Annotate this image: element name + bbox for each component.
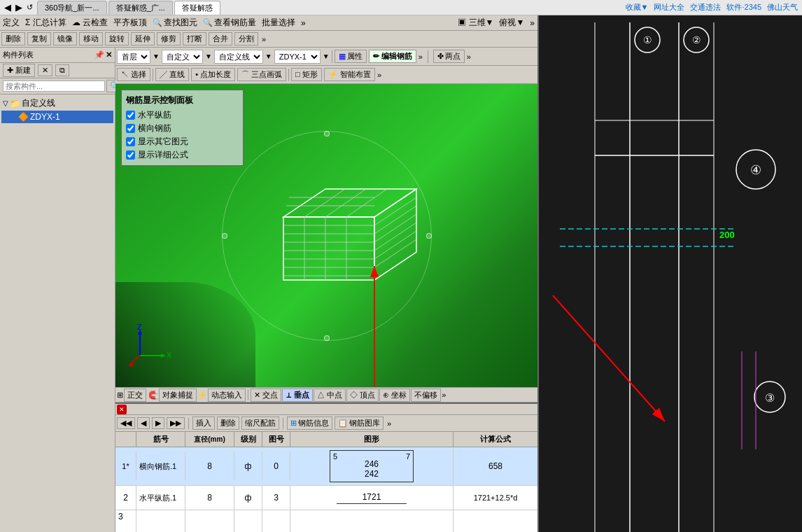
btn-insert-row[interactable]: 插入 bbox=[192, 416, 215, 430]
delete-component-btn[interactable]: ✕ bbox=[38, 64, 52, 76]
btn-coord[interactable]: ⊕ 坐标 bbox=[379, 388, 410, 402]
link-software[interactable]: 软件·2345 bbox=[726, 2, 761, 13]
table-row[interactable]: 2 水平纵筋.1 8 ф 3 1721 bbox=[115, 486, 537, 510]
link-traffic[interactable]: 交通违法 bbox=[690, 2, 721, 13]
btn-rect[interactable]: □ 矩形 bbox=[291, 68, 322, 81]
table-row[interactable]: 1* 横向钢筋.1 8 ф 0 5 7 246 bbox=[115, 447, 537, 486]
btn-copy[interactable]: 复制 bbox=[27, 32, 51, 46]
checkbox-show-formula[interactable]: 显示详细公式 bbox=[126, 149, 239, 161]
browser-tab-3[interactable]: 答疑解惑 bbox=[174, 1, 220, 15]
snap-icon2: 🧲 bbox=[148, 391, 158, 400]
tree-item-root[interactable]: ▽ 📁 自定义线 bbox=[1, 96, 113, 111]
floor-select[interactable]: 首层 bbox=[117, 50, 150, 64]
menu-batch[interactable]: 批量选择 bbox=[262, 17, 295, 29]
btn-split[interactable]: 分割 bbox=[234, 32, 258, 46]
checkbox-lateral-bar[interactable]: 横向钢筋 bbox=[126, 122, 239, 134]
btn-merge[interactable]: 合并 bbox=[209, 32, 232, 46]
tb-more[interactable]: » bbox=[377, 71, 381, 79]
btn-midpoint[interactable]: △ 中点 bbox=[314, 388, 346, 402]
edit-rebar-btn[interactable]: ✏ 编辑钢筋 bbox=[369, 50, 416, 63]
custom-def-select[interactable]: 自定义 bbox=[162, 50, 203, 64]
svg-text:①: ① bbox=[643, 34, 652, 46]
btn-perp[interactable]: ⊥ 垂点 bbox=[282, 388, 313, 402]
menu-level[interactable]: 平齐板顶 bbox=[113, 17, 147, 29]
custom-line-select[interactable]: 自定义线 bbox=[214, 50, 263, 64]
rebar-tb-sep2 bbox=[283, 418, 283, 429]
toolbar-more4[interactable]: » bbox=[467, 52, 471, 61]
btn-delete[interactable]: 删除 bbox=[1, 32, 25, 46]
cad-toolbar-edit: 删除 复制 镜像 移动 旋转 延伸 修剪 打断 合并 分割 » bbox=[0, 31, 537, 48]
browser-tab-2[interactable]: 答疑解惑_广... bbox=[108, 1, 173, 15]
cell-num-3: 3 bbox=[115, 510, 136, 532]
snap-more[interactable]: » bbox=[442, 391, 446, 399]
browser-tab-1[interactable]: 360导航_新一... bbox=[37, 1, 107, 15]
rebar-table-close-btn[interactable]: ✕ bbox=[117, 405, 127, 414]
btn-break[interactable]: 打断 bbox=[183, 32, 206, 46]
menu-more2[interactable]: » bbox=[530, 18, 535, 28]
btn-rotate[interactable]: 旋转 bbox=[105, 32, 129, 46]
table-row[interactable]: 3 bbox=[115, 510, 537, 532]
btn-arc[interactable]: ⌒ 三点画弧 bbox=[237, 68, 286, 81]
guide-left bbox=[222, 233, 227, 239]
btn-rebar-info[interactable]: ⊞ 钢筋信息 bbox=[287, 416, 332, 430]
link-websites[interactable]: 网址大全 bbox=[654, 2, 684, 13]
toolbar-more[interactable]: » bbox=[262, 35, 266, 43]
checkbox-horizontal-bar[interactable]: 水平纵筋 bbox=[126, 109, 239, 121]
code-select[interactable]: ZDYX-1 bbox=[274, 50, 321, 64]
btn-trim[interactable]: 修剪 bbox=[157, 32, 181, 46]
menu-cloud[interactable]: ☁ 云检查 bbox=[72, 17, 108, 29]
btn-ortho[interactable]: 正交 bbox=[124, 388, 146, 402]
btn-delete-row[interactable]: 删除 bbox=[217, 416, 239, 430]
btn-mirror[interactable]: 镜像 bbox=[53, 32, 77, 46]
copy-component-btn[interactable]: ⧉ bbox=[55, 64, 69, 76]
btn-smart[interactable]: ⚡ 智能布置 bbox=[324, 68, 375, 81]
snap-sep bbox=[248, 389, 248, 400]
component-toolbar: 首层 ▼ 自定义 ▼ 自定义线 ▼ ZDYX-1 ▼ bbox=[115, 48, 537, 66]
btn-rebar-library[interactable]: 📋 钢筋图库 bbox=[335, 416, 384, 430]
toolbar-more3[interactable]: » bbox=[418, 52, 423, 61]
menu-more[interactable]: » bbox=[301, 18, 306, 28]
btn-scale-config[interactable]: 缩尺配筋 bbox=[241, 416, 279, 430]
fig2-val: 1721 bbox=[363, 492, 381, 502]
browser-refresh-btn[interactable]: ↺ bbox=[27, 3, 33, 12]
btn-vertex[interactable]: ◇ 顶点 bbox=[346, 388, 379, 402]
tree-folder-icon: 📁 bbox=[10, 99, 20, 108]
cad-3d-viewport[interactable]: 钢筋显示控制面板 水平纵筋 横向钢筋 显示其它图元 显示详细公式 bbox=[115, 84, 537, 387]
svg-line-21 bbox=[374, 223, 416, 251]
tree-child-item[interactable]: 🔶 ZDYX-1 bbox=[1, 111, 113, 123]
btn-move[interactable]: 移动 bbox=[79, 32, 103, 46]
menu-3d[interactable]: ▣ 三维▼ bbox=[458, 17, 493, 29]
browser-back-btn[interactable]: ◀ bbox=[4, 2, 11, 13]
guide-bottom bbox=[324, 335, 330, 341]
btn-select[interactable]: ↖ 选择 bbox=[117, 68, 150, 81]
btn-extend[interactable]: 延伸 bbox=[131, 32, 155, 46]
menu-define[interactable]: 定义 bbox=[3, 17, 20, 29]
btn-intersect[interactable]: ✕ 交点 bbox=[251, 388, 281, 402]
pin-icon[interactable]: 📌 bbox=[94, 50, 104, 59]
btn-nooffset[interactable]: 不偏移 bbox=[411, 388, 441, 402]
menu-find[interactable]: 🔍查找图元 bbox=[153, 17, 197, 29]
btn-first[interactable]: ◀◀ bbox=[117, 417, 135, 429]
attributes-btn[interactable]: ▦ 属性 bbox=[335, 50, 367, 63]
link-collect[interactable]: 收藏▼ bbox=[626, 2, 649, 13]
btn-snap[interactable]: 对象捕捉 bbox=[159, 388, 197, 402]
svg-text:200: 200 bbox=[719, 230, 735, 240]
btn-point-length[interactable]: • 点加长度 bbox=[191, 68, 235, 81]
link-weather[interactable]: 佛山天气 bbox=[767, 2, 798, 13]
btn-dynamic[interactable]: 动态输入 bbox=[208, 388, 246, 402]
btn-last[interactable]: ▶▶ bbox=[167, 417, 185, 429]
checkbox-show-other[interactable]: 显示其它图元 bbox=[126, 136, 239, 148]
search-input[interactable] bbox=[3, 80, 105, 92]
two-points-btn[interactable]: ✤ 两点 bbox=[433, 50, 465, 63]
menu-rebar-qty[interactable]: 🔍查看钢筋量 bbox=[203, 17, 256, 29]
rebar-tb-more[interactable]: » bbox=[387, 419, 391, 428]
sidebar-close-icon[interactable]: ✕ bbox=[106, 50, 112, 59]
btn-next[interactable]: ▶ bbox=[152, 417, 164, 429]
menu-view[interactable]: 俯视▼ bbox=[499, 17, 524, 29]
menu-total[interactable]: Σ 汇总计算 bbox=[25, 17, 66, 29]
rebar-table-body: 1* 横向钢筋.1 8 ф 0 5 7 246 bbox=[115, 447, 537, 532]
btn-line[interactable]: ╱ 直线 bbox=[155, 68, 189, 81]
btn-prev[interactable]: ◀ bbox=[137, 417, 150, 429]
new-component-btn[interactable]: ✚ 新建 bbox=[3, 64, 35, 77]
browser-forward-btn[interactable]: ▶ bbox=[15, 2, 22, 13]
